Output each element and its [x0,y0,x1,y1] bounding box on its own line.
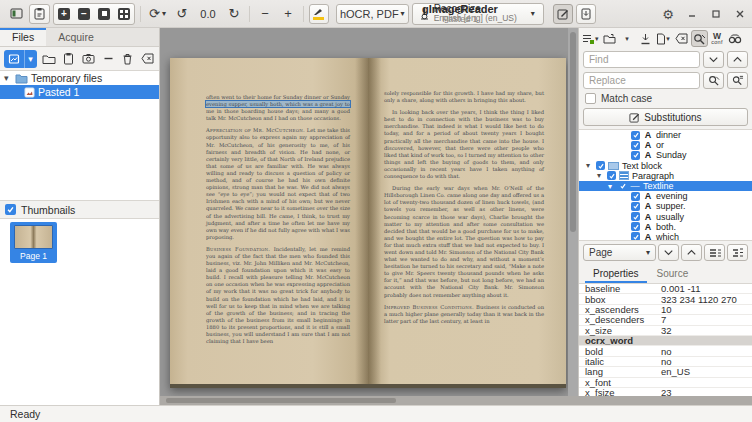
close-button[interactable] [732,6,748,22]
zoom-fit-button[interactable] [114,4,134,24]
screenshot-button[interactable] [81,50,96,68]
confidence-toggle[interactable]: Wconf [709,30,726,47]
find-row [579,49,752,70]
replace-input[interactable] [583,72,700,89]
marker-tool-button[interactable] [309,4,329,24]
item-checkbox[interactable] [631,141,640,150]
rotation-angle-spinner[interactable]: 0.0 [195,8,221,20]
thumbnail-page-1[interactable]: Page 1 [10,222,57,263]
delete-button[interactable] [121,50,136,68]
clear-list-button[interactable] [140,50,155,68]
hocr-tree-row[interactable]: Ausually [579,212,752,222]
open-folder-button[interactable] [42,50,57,68]
zoom-original-button[interactable] [94,4,114,24]
item-checkbox[interactable] [631,202,640,211]
hocr-tree-row[interactable]: Adinner [579,130,752,140]
selected-textline-highlight[interactable]: evening supper, usually both, which was … [206,101,350,107]
item-checkbox[interactable] [631,212,640,221]
item-checkbox[interactable] [631,232,640,241]
save-output-button[interactable] [637,30,654,47]
property-key: baseline [579,283,661,294]
tab-files[interactable]: Files [0,28,46,46]
paste-clipboard-button[interactable] [61,50,76,68]
minimize-button[interactable] [684,6,700,22]
show-controls-button[interactable] [6,4,26,24]
hocr-tree-row[interactable]: Aboth. [579,222,752,232]
replace-all-button[interactable] [727,72,748,89]
expand-all-button[interactable] [727,244,748,261]
tab-properties[interactable]: Properties [585,266,647,283]
tab-acquire[interactable]: Acquire [46,28,106,46]
next-item-button[interactable] [658,244,679,261]
item-checkbox[interactable] [618,182,627,191]
property-value: 0.001 -11 [661,283,752,294]
maximize-button[interactable] [708,6,724,22]
open-output-menu-button[interactable]: ▾ [619,30,636,47]
property-value: en_US [661,366,752,377]
expander-icon[interactable]: ▾ [597,171,604,180]
replace-button[interactable] [703,72,724,89]
substitutions-button[interactable]: Substitutions [583,108,748,126]
canvas-vertical-scrollbar[interactable] [568,28,578,405]
tree-row-pasted-file[interactable]: Pasted 1 [0,85,159,99]
hocr-tree-row[interactable]: ▾Paragraph [579,171,752,181]
document-canvas[interactable]: often went to their home for Sunday dinn… [160,28,578,405]
page-paragraph: In looking back over the years, I think … [384,109,544,180]
thumbnails-checkbox[interactable] [5,204,16,215]
open-output-button[interactable] [601,30,618,47]
chevron-down-icon[interactable]: ▾ [24,50,37,68]
rotate-cw-button[interactable]: ↻ [224,4,244,24]
hocr-tree-row[interactable]: ▾—Textline [579,181,752,191]
files-toolbar: ▾ [0,47,159,70]
find-next-button[interactable] [703,51,724,68]
expander-icon[interactable]: ▾ [608,182,615,191]
export-output-button[interactable]: ▾ [655,30,672,47]
prev-item-button[interactable] [681,244,702,261]
tree-row-temporary-files[interactable]: ▾ Temporary files [0,71,159,85]
block-icon [608,162,619,170]
find-prev-button[interactable] [727,51,748,68]
page-decrease-button[interactable]: − [255,4,275,24]
item-checkbox[interactable] [631,222,640,231]
recognize-language-button[interactable]: ▾ [523,4,543,24]
item-checkbox[interactable] [631,192,640,201]
scanned-book-image[interactable]: often went to their home for Sunday dinn… [170,58,566,388]
tree-item-label: evening [656,191,688,201]
find-input[interactable] [583,51,700,68]
insert-mode-button[interactable]: ▾ [581,30,600,47]
hocr-tree-row[interactable]: Asupper. [579,201,752,211]
zoom-in-button[interactable]: + [54,4,74,24]
hocr-tree-row[interactable]: Aor [579,140,752,150]
expander-icon[interactable]: ▾ [4,73,12,83]
hocr-tree-row[interactable]: Awhich [579,232,752,241]
page-paragraph: solely responsible for this growth. I ha… [384,90,544,104]
item-checkbox[interactable] [607,171,616,180]
hocr-tree-row[interactable]: Aevening [579,191,752,201]
paste-button[interactable] [29,4,50,24]
hocr-tree-row[interactable]: ▾Text block [579,161,752,171]
item-checkbox[interactable] [631,151,640,160]
zoom-out-button[interactable]: − [74,4,94,24]
expander-icon[interactable]: ▾ [586,161,593,170]
clear-output-button[interactable] [673,30,690,47]
settings-button[interactable]: ⚙ [660,6,676,22]
rotate-mode-button[interactable]: ⟳▾ [146,4,169,24]
page-increase-button[interactable]: + [278,4,298,24]
tab-source[interactable]: Source [649,266,697,283]
collapse-all-button[interactable] [704,244,725,261]
item-checkbox[interactable] [631,131,640,140]
find-replace-toggle[interactable] [691,30,708,47]
remove-image-button[interactable] [101,50,116,68]
canvas-horizontal-scrollbar[interactable] [160,396,752,405]
export-button[interactable] [576,4,596,24]
item-checkbox[interactable] [596,161,605,170]
add-images-split-button[interactable]: ▾ [4,50,37,68]
paste-icon [33,7,46,20]
page-combo[interactable]: Page ▾ [583,244,656,261]
hocr-tree-row[interactable]: ASunday [579,150,752,160]
preview-toggle[interactable] [727,30,744,47]
match-case-checkbox[interactable] [585,93,596,104]
chevron-down-icon: ▾ [595,35,599,43]
rotate-ccw-button[interactable]: ↺ [172,4,192,24]
output-pane-toggle[interactable] [553,4,573,24]
